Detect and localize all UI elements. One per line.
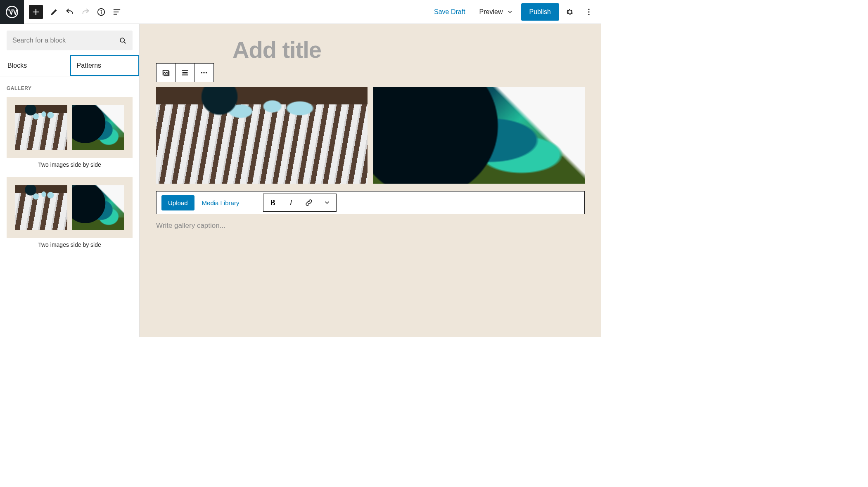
gallery-image[interactable] (156, 87, 368, 184)
undo-button[interactable] (62, 4, 78, 20)
bold-button[interactable]: B (263, 194, 282, 211)
block-more-button[interactable] (194, 64, 213, 82)
svg-point-6 (120, 38, 124, 42)
gear-icon (565, 7, 574, 17)
pattern-caption: Two images side by side (7, 161, 133, 168)
svg-point-3 (588, 8, 589, 9)
undo-icon (65, 7, 74, 17)
search-input[interactable] (12, 37, 119, 44)
redo-icon (81, 7, 90, 17)
preview-button[interactable]: Preview (474, 4, 519, 20)
editor-main: Blocks Patterns Gallery Two images side … (0, 24, 601, 337)
format-toolbar: B I (263, 194, 337, 212)
pattern-thumb-image (72, 105, 125, 150)
edit-button[interactable] (46, 4, 62, 20)
list-view-icon (112, 7, 121, 17)
gallery-media-row: Upload Media Library B I (156, 191, 585, 214)
pencil-icon (50, 7, 59, 17)
gallery-caption-input[interactable]: Write gallery caption... (156, 222, 585, 230)
save-draft-button[interactable]: Save Draft (428, 4, 471, 20)
tab-patterns[interactable]: Patterns (70, 55, 140, 76)
plus-icon (31, 7, 40, 17)
info-button[interactable] (93, 4, 109, 20)
svg-rect-8 (182, 72, 187, 73)
svg-point-4 (588, 11, 589, 12)
page-title[interactable]: Add title (232, 36, 585, 63)
block-toolbar (156, 63, 214, 82)
block-search[interactable] (7, 31, 133, 50)
settings-button[interactable] (562, 4, 578, 20)
chevron-down-icon (324, 199, 330, 206)
svg-point-5 (588, 14, 589, 15)
pattern-item[interactable] (7, 177, 133, 238)
editor-canvas[interactable]: Add title Upload Media Library B I (140, 24, 601, 337)
more-horizontal-icon (199, 68, 209, 77)
block-inserter-sidebar: Blocks Patterns Gallery Two images side … (0, 24, 140, 337)
inserter-tabs: Blocks Patterns (0, 55, 139, 76)
tab-blocks[interactable]: Blocks (0, 55, 70, 76)
more-vertical-icon (584, 7, 593, 17)
list-view-button[interactable] (109, 4, 125, 20)
info-icon (97, 7, 106, 17)
svg-point-11 (206, 72, 207, 73)
pattern-section-title: Gallery (7, 85, 133, 91)
block-type-button[interactable] (157, 64, 175, 82)
svg-point-2 (101, 10, 102, 11)
upload-button[interactable]: Upload (161, 195, 194, 210)
link-button[interactable] (300, 194, 318, 211)
preview-label: Preview (479, 8, 503, 16)
more-options-button[interactable] (581, 4, 597, 20)
more-format-button[interactable] (318, 194, 336, 211)
italic-button[interactable]: I (282, 194, 300, 211)
toolbar-right: Save Draft Preview Publish (428, 3, 601, 21)
svg-point-9 (201, 72, 202, 73)
align-icon (180, 68, 190, 77)
pattern-caption: Two images side by side (7, 241, 133, 248)
pattern-thumb-image (15, 185, 67, 230)
gallery-block[interactable] (156, 87, 585, 184)
wordpress-logo[interactable] (0, 0, 24, 24)
pattern-thumb-image (15, 105, 67, 150)
alignment-button[interactable] (175, 64, 194, 82)
gallery-icon (161, 68, 171, 77)
gallery-image[interactable] (373, 87, 585, 184)
publish-button[interactable]: Publish (521, 3, 559, 21)
toolbar-left (24, 4, 125, 20)
pattern-item[interactable] (7, 97, 133, 158)
redo-button[interactable] (78, 4, 93, 20)
add-block-button[interactable] (29, 5, 43, 19)
svg-point-10 (203, 72, 204, 73)
wordpress-icon (6, 6, 18, 18)
pattern-thumb-image (72, 185, 125, 230)
link-icon (305, 199, 313, 207)
media-library-button[interactable]: Media Library (202, 199, 240, 206)
editor-top-bar: Save Draft Preview Publish (0, 0, 601, 24)
chevron-down-icon (507, 9, 513, 15)
search-icon (119, 36, 127, 45)
